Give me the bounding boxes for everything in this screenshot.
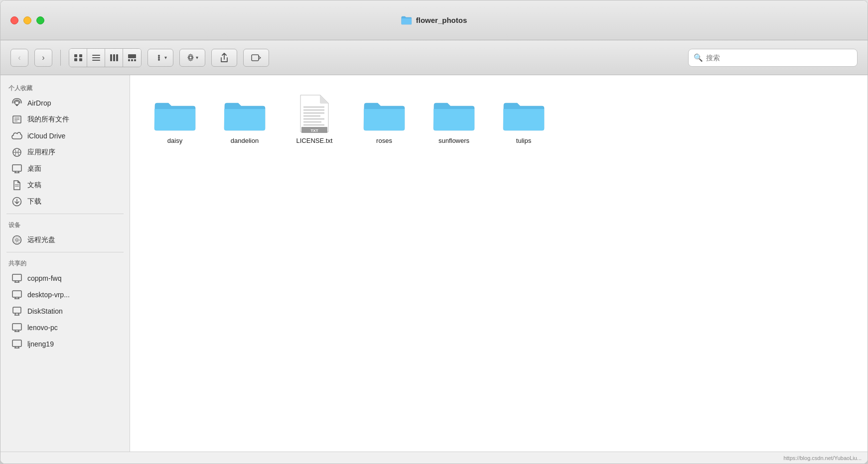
sunflowers-label: sunflowers	[438, 137, 469, 145]
optical-label: 远程光盘	[27, 235, 55, 244]
sidebar-item-lenovo[interactable]: lenovo-pc	[3, 320, 127, 336]
airdrop-icon	[11, 98, 22, 109]
coppm-icon	[11, 273, 22, 284]
sidebar-item-coppm[interactable]: coppm-fwq	[3, 270, 127, 286]
svg-text:TXT: TXT	[310, 128, 318, 133]
sidebar-item-diskstation[interactable]: DiskStation	[3, 303, 127, 319]
ljneng-label: ljneng19	[27, 340, 54, 348]
gear-chevron: ▾	[196, 55, 198, 60]
list-view-button[interactable]	[87, 49, 105, 67]
sidebar-item-allfiles[interactable]: 我的所有文件	[3, 112, 127, 127]
sidebar-item-downloads[interactable]: 下载	[3, 194, 127, 210]
list-view-icon	[92, 54, 101, 62]
icon-view-icon	[74, 54, 83, 62]
sidebar-item-icloud[interactable]: iCloud Drive	[3, 128, 127, 144]
svg-point-35	[13, 236, 21, 244]
coppm-label: coppm-fwq	[27, 274, 61, 282]
sidebar: 个人收藏 AirDrop	[0, 75, 130, 452]
desktop-vrp-icon	[11, 289, 22, 300]
svg-rect-46	[13, 307, 21, 313]
sunflowers-folder-icon	[432, 96, 476, 132]
license-txt-icon: TXT	[297, 94, 331, 134]
action-button[interactable]: ▾	[179, 49, 205, 67]
forward-button[interactable]: ›	[34, 49, 52, 67]
view-button-group	[69, 48, 142, 67]
search-box[interactable]: 🔍	[688, 49, 858, 67]
back-button[interactable]: ‹	[10, 49, 28, 67]
file-item-daisy[interactable]: daisy	[145, 90, 205, 149]
tulips-icon-wrap	[500, 94, 548, 134]
svg-rect-7	[110, 54, 112, 61]
daisy-label: daisy	[167, 137, 182, 145]
dandelion-icon-wrap	[221, 94, 269, 134]
desktop-icon	[11, 163, 22, 174]
diskstation-label: DiskStation	[27, 307, 63, 315]
window-title: flower_photos	[416, 16, 467, 24]
divider-2	[6, 252, 124, 252]
daisy-icon-wrap	[151, 94, 199, 134]
search-input[interactable]	[706, 54, 852, 62]
file-item-roses[interactable]: roses	[354, 90, 414, 149]
tulips-folder-icon	[501, 96, 546, 132]
svg-rect-11	[128, 59, 130, 61]
svg-point-17	[189, 56, 192, 59]
file-item-license[interactable]: TXT LICENSE.txt	[285, 90, 344, 149]
share-icon	[220, 53, 229, 63]
cover-flow-icon	[128, 54, 137, 62]
downloads-label: 下载	[27, 197, 41, 206]
svg-rect-9	[116, 54, 118, 61]
finder-window: flower_photos ‹ ›	[0, 0, 868, 464]
license-icon-wrap: TXT	[290, 94, 338, 134]
files-grid: daisy dandelion	[145, 90, 853, 149]
sidebar-section-devices: 设备	[0, 218, 130, 232]
separator-1	[60, 50, 61, 66]
svg-rect-38	[12, 274, 21, 281]
tulips-label: tulips	[516, 137, 531, 145]
cover-flow-button[interactable]	[123, 49, 141, 67]
roses-folder-icon	[362, 96, 407, 132]
airdrop-label: AirDrop	[27, 99, 51, 107]
sidebar-item-apps[interactable]: 应用程序	[3, 144, 127, 160]
icon-view-button[interactable]	[69, 49, 87, 67]
main-area: 个人收藏 AirDrop	[0, 75, 868, 452]
svg-rect-13	[134, 59, 136, 61]
minimize-button[interactable]	[23, 16, 31, 24]
svg-point-37	[14, 237, 20, 243]
arrange-button[interactable]: ▾	[147, 49, 173, 67]
daisy-folder-icon	[152, 96, 197, 132]
icloud-icon	[11, 130, 22, 141]
svg-rect-8	[113, 54, 115, 61]
file-item-sunflowers[interactable]: sunflowers	[424, 90, 484, 149]
arrange-icon	[154, 53, 163, 62]
file-item-dandelion[interactable]: dandelion	[215, 90, 275, 149]
license-label: LICENSE.txt	[296, 137, 333, 145]
sidebar-item-optical[interactable]: 远程光盘	[3, 232, 127, 248]
share-button[interactable]	[211, 49, 237, 67]
svg-rect-10	[128, 54, 136, 58]
desktop-vrp-label: desktop-vrp...	[27, 291, 70, 299]
column-view-icon	[110, 54, 119, 62]
sidebar-item-docs[interactable]: 文稿	[3, 177, 127, 193]
arrange-chevron: ▾	[164, 55, 167, 60]
toolbar: ‹ ›	[0, 40, 868, 75]
docs-label: 文稿	[27, 181, 41, 190]
ljneng-icon	[11, 339, 22, 349]
search-icon: 🔍	[694, 53, 703, 62]
tag-button[interactable]	[243, 49, 269, 67]
docs-icon	[11, 180, 22, 191]
roses-icon-wrap	[360, 94, 408, 134]
sidebar-item-ljneng[interactable]: ljneng19	[3, 336, 127, 352]
divider-1	[6, 214, 124, 214]
close-button[interactable]	[10, 16, 18, 24]
sidebar-item-airdrop[interactable]: AirDrop	[3, 95, 127, 111]
maximize-button[interactable]	[36, 16, 44, 24]
sidebar-item-desktop-vrp[interactable]: desktop-vrp...	[3, 287, 127, 303]
column-view-button[interactable]	[105, 49, 123, 67]
svg-rect-4	[92, 55, 100, 56]
title-center: flower_photos	[401, 16, 467, 25]
svg-rect-3	[79, 58, 82, 61]
statusbar: https://blog.csdn.net/YubaoLiu...	[0, 452, 868, 464]
sidebar-item-desktop[interactable]: 桌面	[3, 161, 127, 177]
svg-point-36	[16, 239, 18, 241]
file-item-tulips[interactable]: tulips	[494, 90, 554, 149]
